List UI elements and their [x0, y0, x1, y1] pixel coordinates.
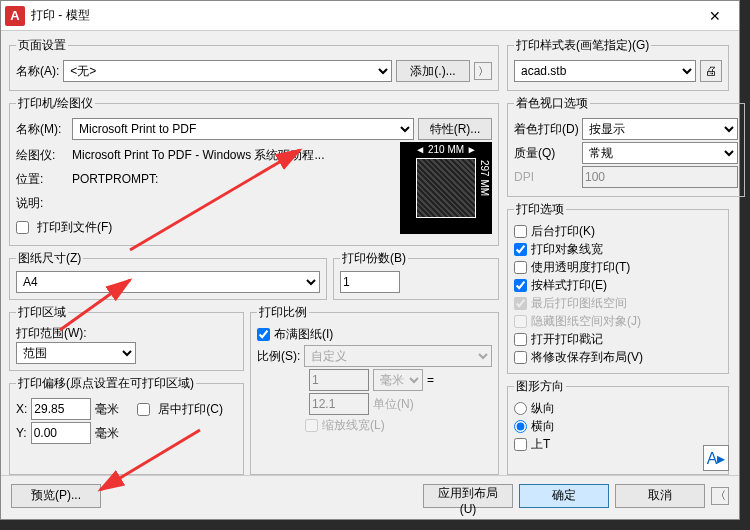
- opt-paperspace-label: 最后打印图纸空间: [531, 295, 627, 312]
- offset-x-unit: 毫米: [95, 401, 119, 418]
- fit-checkbox[interactable]: [257, 328, 270, 341]
- area-group: 打印区域 打印范围(W): 范围: [9, 304, 244, 371]
- scale-lineweight-checkbox: [305, 419, 318, 432]
- dpi-input: [582, 166, 738, 188]
- offset-y-unit: 毫米: [95, 425, 119, 442]
- copies-legend: 打印份数(B): [340, 250, 408, 267]
- window-title: 打印 - 模型: [31, 7, 695, 24]
- scale-lineweight-label: 缩放线宽(L): [322, 417, 385, 434]
- paper-size-select[interactable]: A4: [16, 271, 320, 293]
- offset-x-label: X:: [16, 402, 27, 416]
- print-to-file-checkbox[interactable]: [16, 221, 29, 234]
- options-legend: 打印选项: [514, 201, 566, 218]
- scale-group: 打印比例 布满图纸(I) 比例(S): 自定义 毫米: [250, 304, 499, 475]
- orientation-icon: A▸: [703, 445, 729, 471]
- ratio-label: 比例(S):: [257, 348, 300, 365]
- printer-legend: 打印机/绘图仪: [16, 95, 95, 112]
- desc-label: 说明:: [16, 195, 68, 212]
- opt-lw-label: 打印对象线宽: [531, 241, 603, 258]
- expand-icon[interactable]: 〉: [474, 62, 492, 80]
- opt-hide-label: 隐藏图纸空间对象(J): [531, 313, 641, 330]
- shade-select[interactable]: 按显示: [582, 118, 738, 140]
- preview-button[interactable]: 预览(P)...: [11, 484, 101, 508]
- printer-props-button[interactable]: 特性(R)...: [418, 118, 492, 140]
- apply-button[interactable]: 应用到布局(U): [423, 484, 513, 508]
- opt-stamp-label: 打开打印戳记: [531, 331, 603, 348]
- opt-trans-label: 使用透明度打印(T): [531, 259, 630, 276]
- copies-input[interactable]: [340, 271, 400, 293]
- upside-checkbox[interactable]: [514, 438, 527, 451]
- opt-stamp-checkbox[interactable]: [514, 333, 527, 346]
- offset-legend: 打印偏移(原点设置在可打印区域): [16, 375, 196, 392]
- area-legend: 打印区域: [16, 304, 68, 321]
- opt-bg-checkbox[interactable]: [514, 225, 527, 238]
- quality-label: 质量(Q): [514, 145, 578, 162]
- preview-height-label: 297 MM: [479, 160, 490, 216]
- page-setup-legend: 页面设置: [16, 37, 68, 54]
- scale-unit2-input: [309, 393, 369, 415]
- copies-group: 打印份数(B): [333, 250, 499, 300]
- direction-group: 图形方向 纵向 横向 上T: [507, 378, 729, 475]
- preview-width-label: ◄ 210 MM ►: [400, 144, 492, 155]
- offset-y-label: Y:: [16, 426, 27, 440]
- page-name-label: 名称(A):: [16, 63, 59, 80]
- center-checkbox[interactable]: [137, 403, 150, 416]
- styles-select[interactable]: acad.stb: [514, 60, 696, 82]
- styles-group: 打印样式表(画笔指定)(G) acad.stb 🖨: [507, 37, 729, 91]
- cancel-button[interactable]: 取消: [615, 484, 705, 508]
- equals-label: =: [427, 373, 434, 387]
- printer-name-select[interactable]: Microsoft Print to PDF: [72, 118, 414, 140]
- dpi-label: DPI: [514, 170, 578, 184]
- offset-group: 打印偏移(原点设置在可打印区域) X: 毫米 居中打印(C) Y:: [9, 375, 244, 475]
- print-dialog: A 打印 - 模型 ✕ 页面设置 名称(A): <无> 添加(.)... 〉 打…: [0, 0, 740, 520]
- options-group: 打印选项 后台打印(K) 打印对象线宽 使用透明度打印(T) 按样式打印(E) …: [507, 201, 729, 374]
- opt-save-checkbox[interactable]: [514, 351, 527, 364]
- landscape-label: 横向: [531, 418, 555, 435]
- ok-button[interactable]: 确定: [519, 484, 609, 508]
- scale-unit1-input: [309, 369, 369, 391]
- scale-unit2-label: 单位(N): [373, 396, 414, 413]
- offset-x-input[interactable]: [31, 398, 91, 420]
- offset-y-input[interactable]: [31, 422, 91, 444]
- collapse-icon[interactable]: 〈: [711, 487, 729, 505]
- opt-bg-label: 后台打印(K): [531, 223, 595, 240]
- print-to-file-label: 打印到文件(F): [37, 219, 112, 236]
- viewport-legend: 着色视口选项: [514, 95, 590, 112]
- shade-label: 着色打印(D): [514, 121, 578, 138]
- printer-name-label: 名称(M):: [16, 121, 68, 138]
- fit-label: 布满图纸(I): [274, 326, 333, 343]
- printer-group: 打印机/绘图仪 名称(M): Microsoft Print to PDF 特性…: [9, 95, 499, 246]
- portrait-radio[interactable]: [514, 402, 527, 415]
- add-button[interactable]: 添加(.)...: [396, 60, 470, 82]
- styles-legend: 打印样式表(画笔指定)(G): [514, 37, 651, 54]
- scope-label: 打印范围(W):: [16, 325, 237, 342]
- styles-edit-button[interactable]: 🖨: [700, 60, 722, 82]
- plotter-value: Microsoft Print To PDF - Windows 系统驱动程..…: [72, 147, 325, 164]
- location-value: PORTPROMPT:: [72, 172, 158, 186]
- plotter-label: 绘图仪:: [16, 147, 68, 164]
- close-button[interactable]: ✕: [695, 2, 735, 30]
- portrait-label: 纵向: [531, 400, 555, 417]
- page-name-select[interactable]: <无>: [63, 60, 392, 82]
- scope-select[interactable]: 范围: [16, 342, 136, 364]
- app-logo-icon: A: [5, 6, 25, 26]
- ratio-select: 自定义: [304, 345, 492, 367]
- scale-legend: 打印比例: [257, 304, 309, 321]
- brush-icon: 🖨: [705, 64, 717, 78]
- paper-size-legend: 图纸尺寸(Z): [16, 250, 83, 267]
- paper-preview: ◄ 210 MM ► 297 MM: [400, 142, 492, 234]
- upside-label: 上T: [531, 436, 550, 453]
- opt-trans-checkbox[interactable]: [514, 261, 527, 274]
- quality-select[interactable]: 常规: [582, 142, 738, 164]
- opt-lw-checkbox[interactable]: [514, 243, 527, 256]
- location-label: 位置:: [16, 171, 68, 188]
- opt-hide-checkbox: [514, 315, 527, 328]
- center-label: 居中打印(C): [158, 401, 223, 418]
- paper-size-group: 图纸尺寸(Z) A4: [9, 250, 327, 300]
- scale-unit1-select: 毫米: [373, 369, 423, 391]
- preview-page-icon: [416, 158, 476, 218]
- footer: 预览(P)... 应用到布局(U) 确定 取消 〈: [1, 475, 739, 515]
- landscape-radio[interactable]: [514, 420, 527, 433]
- viewport-group: 着色视口选项 着色打印(D) 按显示 质量(Q) 常规 DPI: [507, 95, 745, 197]
- opt-bystyle-checkbox[interactable]: [514, 279, 527, 292]
